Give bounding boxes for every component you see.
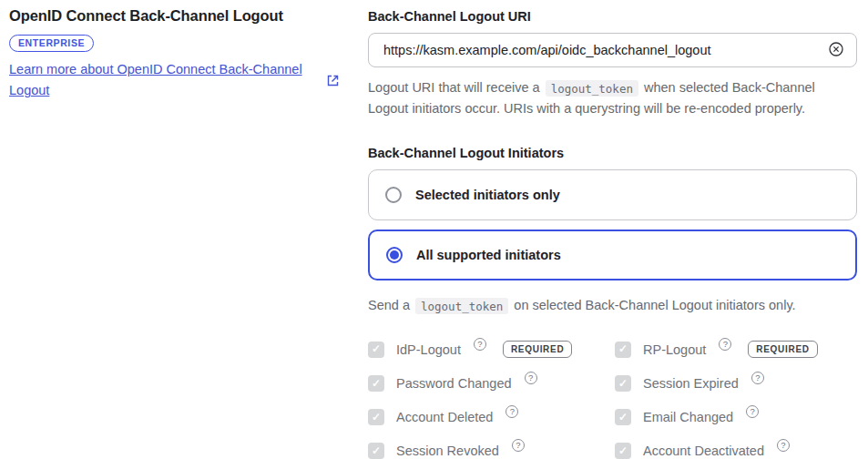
checkbox-session-revoked: ✓ Session Revoked ?	[368, 443, 615, 459]
checkbox-session-expired: ✓ Session Expired ?	[615, 375, 857, 392]
required-badge: REQUIRED	[503, 341, 572, 358]
enterprise-badge: ENTERPRISE	[9, 35, 94, 52]
radio-option-all-supported-initiators[interactable]: All supported initiators	[368, 230, 857, 280]
checkbox-label: Session Revoked	[396, 444, 499, 458]
radio-icon	[386, 247, 403, 263]
checkbox-account-deleted: ✓ Account Deleted ?	[368, 409, 615, 425]
checkbox-icon: ✓	[615, 375, 631, 392]
question-circle-icon[interactable]: ?	[512, 439, 525, 452]
clear-input-button[interactable]	[828, 41, 844, 60]
checkbox-email-changed: ✓ Email Changed ?	[615, 409, 857, 425]
logout-uri-label: Back-Channel Logout URI	[368, 9, 857, 24]
help-text-part: on selected Back-Channel Logout initiato…	[514, 298, 795, 312]
question-circle-icon[interactable]: ?	[525, 372, 537, 384]
section-description: OpenID Connect Back-Channel Logout ENTER…	[9, 7, 368, 459]
logout-uri-input[interactable]: https://kasm.example.com/api/oidc_backch…	[368, 33, 857, 67]
logout-uri-help: Logout URI that will receive a logout_to…	[368, 77, 857, 119]
radio-option-label: All supported initiators	[416, 248, 561, 262]
settings-panel: OpenID Connect Back-Channel Logout ENTER…	[0, 0, 868, 459]
checkbox-password-changed: ✓ Password Changed ?	[368, 375, 615, 392]
checkbox-label: Password Changed	[396, 376, 512, 391]
checkbox-icon: ✓	[615, 409, 631, 425]
radio-option-selected-initiators-only[interactable]: Selected initiators only	[368, 169, 857, 220]
learn-more-link[interactable]: Learn more about OpenID Connect Back-Cha…	[9, 59, 311, 101]
logout-uri-value: https://kasm.example.com/api/oidc_backch…	[383, 43, 710, 57]
circle-x-icon	[828, 41, 844, 60]
help-text-part: Send a	[368, 298, 410, 312]
checkbox-label: Account Deactivated	[643, 444, 764, 458]
initiators-label: Back-Channel Logout Initiators	[368, 146, 857, 160]
checkbox-label: IdP-Logout	[396, 342, 461, 357]
checkbox-label: Account Deleted	[396, 410, 493, 424]
question-circle-icon[interactable]: ?	[751, 372, 764, 384]
checkbox-rp-logout: ✓ RP-Logout ? REQUIRED	[615, 341, 857, 358]
radio-icon	[385, 187, 402, 203]
initiator-checkbox-grid: ✓ IdP-Logout ? REQUIRED ✓ RP-Logout ? RE…	[368, 341, 857, 459]
question-circle-icon[interactable]: ?	[474, 338, 486, 351]
radio-option-label: Selected initiators only	[415, 188, 560, 202]
question-circle-icon[interactable]: ?	[777, 439, 790, 452]
question-circle-icon[interactable]: ?	[505, 405, 518, 418]
checkbox-icon: ✓	[615, 342, 631, 358]
external-link-icon	[326, 74, 340, 87]
checkbox-icon: ✓	[368, 375, 384, 392]
question-circle-icon[interactable]: ?	[746, 405, 759, 418]
checkbox-icon: ✓	[368, 342, 384, 358]
initiators-help: Send a logout_token on selected Back-Cha…	[368, 295, 857, 316]
checkbox-icon: ✓	[615, 443, 631, 459]
question-circle-icon[interactable]: ?	[719, 338, 731, 351]
help-text-part: Logout URI that will receive a	[368, 80, 540, 95]
checkbox-idp-logout: ✓ IdP-Logout ? REQUIRED	[368, 341, 615, 358]
required-badge: REQUIRED	[748, 341, 817, 358]
checkbox-label: RP-Logout	[643, 342, 706, 357]
code-chip-logout-token: logout_token	[415, 298, 508, 314]
checkbox-icon: ✓	[368, 443, 384, 459]
page-title: OpenID Connect Back-Channel Logout	[9, 7, 350, 25]
section-settings: Back-Channel Logout URI https://kasm.exa…	[368, 7, 857, 459]
checkbox-label: Session Expired	[643, 376, 739, 391]
checkbox-account-deactivated: ✓ Account Deactivated ?	[615, 443, 857, 459]
checkbox-label: Email Changed	[643, 410, 733, 424]
checkbox-icon: ✓	[368, 409, 384, 425]
code-chip-logout-token: logout_token	[546, 80, 638, 97]
